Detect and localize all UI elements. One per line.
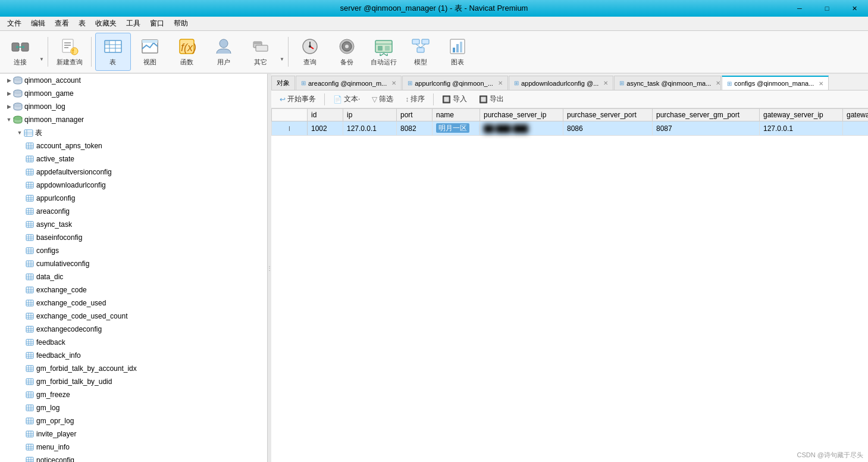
sidebar-item-data_dic[interactable]: data_dic	[0, 270, 267, 283]
sidebar-item-qinmoon-account[interactable]: ▶ qinmoon_account	[0, 74, 267, 87]
cell-purchase-server-port[interactable]: 8086	[563, 121, 653, 136]
sidebar-item-async_task[interactable]: async_task	[0, 218, 267, 231]
toolbar-other-arrow[interactable]: ▼	[280, 42, 284, 62]
sidebar-item-menu_info[interactable]: menu_info	[0, 441, 267, 454]
minimize-button[interactable]: ─	[786, 0, 813, 17]
sidebar-item-gm_opr_log[interactable]: gm_opr_log	[0, 414, 267, 427]
sidebar-item-gm_forbid_talk_by_account_idx[interactable]: gm_forbid_talk_by_account_idx	[0, 362, 267, 375]
toolbar-report-btn[interactable]: 图表	[440, 33, 475, 71]
col-header-port[interactable]: port	[397, 109, 433, 121]
tab-appurlconfig[interactable]: ⊞ appurlconfig @qinmoon_... ✕	[402, 76, 508, 90]
data-grid[interactable]: id ip port name purchase_server_ip purch…	[271, 108, 868, 462]
maximize-button[interactable]: □	[813, 0, 841, 17]
expand-icon[interactable]: ▶	[5, 76, 13, 85]
filter-btn[interactable]: ▽ 筛选	[367, 92, 398, 107]
sidebar-item-cumulativeconfig[interactable]: cumulativeconfig	[0, 257, 267, 270]
export-btn[interactable]: 🔲 导出	[474, 92, 509, 107]
svg-rect-138	[26, 366, 33, 372]
menu-edit[interactable]: 编辑	[26, 17, 50, 30]
sidebar-item-appdefaultversionconfig[interactable]: appdefaultversionconfig	[0, 166, 267, 179]
sidebar-item-exchange_code[interactable]: exchange_code	[0, 283, 267, 296]
sidebar-item-exchange_code_used[interactable]: exchange_code_used	[0, 296, 267, 310]
sort-btn[interactable]: ↕ 排序	[400, 92, 430, 107]
col-header-id[interactable]: id	[308, 109, 343, 121]
cell-port[interactable]: 8082	[397, 121, 433, 136]
sidebar-item-configs[interactable]: configs	[0, 244, 267, 257]
menu-window[interactable]: 窗口	[145, 17, 169, 30]
sidebar-item-invite_player[interactable]: invite_player	[0, 427, 267, 441]
begin-transaction-btn[interactable]: ↩ 开始事务	[275, 92, 321, 107]
toolbar-query-btn[interactable]: 查询	[292, 33, 328, 71]
menu-help[interactable]: 帮助	[169, 17, 193, 30]
menu-file[interactable]: 文件	[2, 17, 26, 30]
toolbar-connect-btn[interactable]: 连接	[2, 33, 38, 71]
cell-gateway-server-ip[interactable]: 127.0.0.1	[760, 121, 843, 136]
text-btn[interactable]: 📄 文本·	[328, 92, 365, 107]
col-header-purchase-server-port[interactable]: purchase_server_port	[563, 109, 653, 121]
sidebar-item-feedback_info[interactable]: feedback_info	[0, 349, 267, 362]
sidebar-item-exchangecodeconfig[interactable]: exchangecodeconfig	[0, 323, 267, 336]
col-header-gateway-sercer[interactable]: gateway_sercer_...	[843, 109, 869, 121]
expand-icon[interactable]: ▶	[5, 102, 13, 111]
menu-favorites[interactable]: 收藏夹	[90, 17, 121, 30]
sidebar-item-qinmoon-log[interactable]: ▶ qinmoon_log	[0, 100, 267, 113]
sidebar-item-qinmoon-game[interactable]: ▶ qinmoon_game	[0, 87, 267, 100]
menu-table[interactable]: 表	[74, 17, 90, 30]
toolbar-table-btn[interactable]: 表	[95, 33, 131, 71]
sidebar-item-tables-group[interactable]: ▼ 表	[0, 126, 267, 139]
window-controls[interactable]: ─ □ ✕	[786, 0, 868, 17]
cell-ip[interactable]: 127.0.0.1	[343, 121, 397, 136]
tab-close-appurlconfig[interactable]: ✕	[498, 80, 503, 86]
toolbar-other-btn[interactable]: 其它	[243, 33, 278, 71]
toolbar-autorun-btn[interactable]: 自动运行	[366, 33, 402, 71]
sidebar-item-gm_freeze[interactable]: gm_freeze	[0, 388, 267, 401]
tab-close-appdownloadurlconfig[interactable]: ✕	[603, 80, 608, 86]
toolbar-backup-btn[interactable]: 备份	[329, 33, 365, 71]
toolbar-connect-arrow[interactable]: ▼	[39, 42, 44, 62]
tab-object[interactable]: 对象	[271, 76, 295, 90]
cell-gateway-sercer[interactable]	[843, 121, 869, 136]
sidebar-item-active_state[interactable]: active_state	[0, 152, 267, 166]
import-btn[interactable]: 🔲 导入	[437, 92, 472, 107]
toolbar-model-btn[interactable]: 模型	[403, 33, 438, 71]
toolbar-user-btn[interactable]: 用户	[206, 33, 242, 71]
col-header-name[interactable]: name	[433, 109, 480, 121]
toolbar-newquery-btn[interactable]: f 新建查询	[52, 33, 87, 71]
menu-view[interactable]: 查看	[50, 17, 74, 30]
col-header-purchase-server-gm-port[interactable]: purchase_server_gm_port	[653, 109, 760, 121]
close-button[interactable]: ✕	[841, 0, 868, 17]
tab-close-areaconfig[interactable]: ✕	[391, 80, 396, 86]
menu-tools[interactable]: 工具	[121, 17, 145, 30]
tab-areaconfig[interactable]: ⊞ areaconfig @qinmoon_m... ✕	[296, 76, 402, 90]
sidebar-item-appdownloadurlconfig[interactable]: appdownloadurlconfig	[0, 179, 267, 192]
sidebar-item-noticeconfig[interactable]: noticeconfig	[0, 454, 267, 462]
table-row[interactable]: I 1002 127.0.0.1 8082 明月一区 ██ ███ ███ 80…	[272, 121, 869, 136]
expand-icon[interactable]: ▼	[5, 116, 13, 124]
tab-appdownloadurlconfig[interactable]: ⊞ appdownloadurlconfig @... ✕	[509, 76, 613, 90]
tab-close-asynctask[interactable]: ✕	[716, 80, 720, 86]
col-header-purchase-server-ip[interactable]: purchase_server_ip	[480, 109, 563, 121]
col-header-gateway-server-ip[interactable]: gateway_server_ip	[760, 109, 843, 121]
sidebar-item-baseinfoconfig[interactable]: baseinfoconfig	[0, 231, 267, 244]
col-header-ip[interactable]: ip	[343, 109, 397, 121]
sidebar-item-gm_log[interactable]: gm_log	[0, 401, 267, 414]
cell-name[interactable]: 明月一区	[433, 121, 480, 136]
cell-purchase-server-gm-port[interactable]: 8087	[653, 121, 760, 136]
cell-id[interactable]: 1002	[308, 121, 343, 136]
toolbar-function-btn[interactable]: f(x) 函数	[169, 33, 205, 71]
sidebar-item-qinmoon-manager[interactable]: ▼ qinmoon_manager	[0, 113, 267, 126]
toolbar-view-btn[interactable]: 视图	[132, 33, 168, 71]
expand-icon[interactable]: ▼	[15, 129, 24, 137]
tab-async-task[interactable]: ⊞ async_task @qinmoon_ma... ✕	[614, 76, 721, 90]
sidebar-item-gm_forbid_talk_by_udid[interactable]: gm_forbid_talk_by_udid	[0, 375, 267, 388]
tab-close-configs[interactable]: ✕	[819, 80, 823, 87]
sidebar-item-account_apns_token[interactable]: account_apns_token	[0, 139, 267, 152]
sidebar-item-exchange_code_used_count[interactable]: exchange_code_used_count	[0, 310, 267, 323]
table-name: gm_opr_log	[36, 417, 74, 425]
sidebar-item-areaconfig[interactable]: areaconfig	[0, 205, 267, 218]
sidebar-item-feedback[interactable]: feedback	[0, 336, 267, 349]
sidebar-item-appurlconfig[interactable]: appurlconfig	[0, 192, 267, 205]
tab-configs[interactable]: ⊞ configs @qinmoon_mana... ✕	[722, 76, 829, 90]
cell-purchase-server-ip[interactable]: ██ ███ ███	[480, 121, 563, 136]
expand-icon[interactable]: ▶	[5, 89, 13, 98]
